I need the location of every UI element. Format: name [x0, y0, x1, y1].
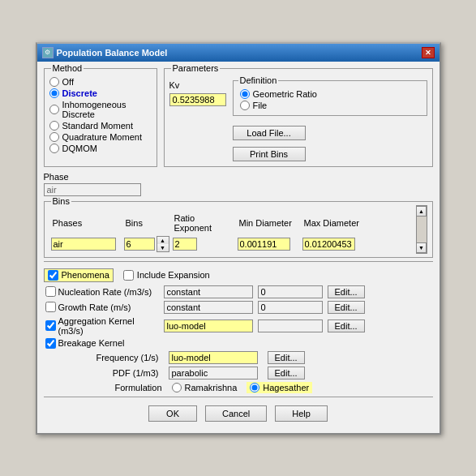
params-buttons: Load File... Print Bins: [233, 122, 427, 161]
nucleation-label-area: Nucleation Rate (/m3/s): [45, 286, 159, 297]
def-file-radio[interactable]: [240, 101, 250, 110]
bins-ratio-cell: [171, 234, 236, 254]
definition-label: Definition: [238, 75, 279, 85]
method-quadrature[interactable]: Quadrature Moment: [49, 132, 152, 142]
breakage-row: Breakage Kernel: [44, 338, 433, 349]
bins-spinner-down[interactable]: ▼: [157, 244, 169, 251]
phenomena-checkbox[interactable]: [48, 270, 58, 281]
phase-select[interactable]: air: [44, 183, 141, 196]
aggregation-method-select[interactable]: luo-model: [164, 319, 253, 332]
phenomena-checkbox-label[interactable]: Phenomena: [44, 268, 114, 282]
parameters-group: Parameters Kv Definition: [164, 68, 433, 167]
growth-value-input[interactable]: [258, 301, 323, 314]
growth-method-select[interactable]: constant: [164, 301, 253, 314]
aggregation-checkbox[interactable]: [45, 320, 56, 331]
bins-header-row: Phases Bins Ratio Exponent Min Diameter …: [49, 212, 416, 234]
bins-section: Bins Phases Bins Ratio Exponent Min Diam…: [44, 201, 433, 258]
aggregation-label: Aggregation Kernel (m3/s): [58, 316, 159, 336]
method-standard-label: Standard Moment: [62, 121, 133, 131]
col-ratio-exp: Ratio Exponent: [171, 212, 236, 234]
parameters-inner: Kv Definition Geometric Ratio: [169, 80, 427, 161]
bins-tbody: air ▲ ▼: [49, 234, 416, 254]
bins-phase-select[interactable]: air: [51, 238, 116, 251]
phenomena-label: Phenomena: [62, 270, 109, 280]
formulation-hagesather[interactable]: Hagesather: [247, 382, 312, 393]
growth-edit-button[interactable]: Edit...: [328, 301, 365, 314]
phase-label: Phase: [44, 172, 433, 182]
frequency-edit-button[interactable]: Edit...: [268, 351, 305, 364]
def-geometric-ratio[interactable]: Geometric Ratio: [240, 89, 420, 99]
col-min-diam: Min Diameter: [236, 212, 301, 234]
table-row: air ▲ ▼: [49, 234, 416, 254]
col-bins: Bins: [122, 212, 171, 234]
phase-section: Phase air: [44, 172, 433, 196]
breakage-checkbox[interactable]: [45, 338, 56, 349]
aggregation-value-input[interactable]: [258, 319, 323, 332]
method-dqmom-label: DQMOM: [62, 144, 97, 153]
method-inhomogeneous[interactable]: Inhomogeneous Discrete: [49, 100, 152, 119]
method-off-label: Off: [62, 77, 74, 87]
bins-thead: Phases Bins Ratio Exponent Min Diameter …: [49, 212, 416, 234]
frequency-method-select[interactable]: luo-model: [169, 351, 258, 364]
formulation-hagesather-radio[interactable]: [250, 383, 259, 392]
method-off[interactable]: Off: [49, 77, 152, 87]
pdf-method-select[interactable]: parabolic: [169, 367, 258, 380]
nucleation-edit-button[interactable]: Edit...: [328, 285, 365, 298]
bins-spinner-up[interactable]: ▲: [157, 237, 169, 244]
bins-scroll-up[interactable]: ▲: [416, 206, 427, 217]
formulation-label: Formulation: [57, 383, 162, 392]
method-dqmom-radio[interactable]: [49, 144, 59, 153]
def-geometric-ratio-label: Geometric Ratio: [253, 89, 317, 99]
pdf-edit-button[interactable]: Edit...: [268, 367, 305, 380]
method-inhomogeneous-radio[interactable]: [49, 105, 59, 114]
formulation-ramakrishna-radio[interactable]: [172, 383, 182, 392]
ok-button[interactable]: OK: [148, 405, 197, 422]
method-quadrature-radio[interactable]: [49, 132, 59, 142]
method-discrete-radio[interactable]: [49, 88, 59, 98]
def-geometric-ratio-radio[interactable]: [240, 89, 250, 99]
method-off-radio[interactable]: [49, 77, 59, 87]
phenomena-row: Phenomena Include Expansion: [44, 268, 433, 282]
cancel-button[interactable]: Cancel: [205, 405, 267, 422]
breakage-label-area: Breakage Kernel: [45, 338, 159, 349]
growth-checkbox[interactable]: [45, 302, 56, 312]
include-expansion-label[interactable]: Include Expansion: [123, 270, 210, 281]
formulation-ramakrishna[interactable]: Ramakrishna: [172, 383, 238, 392]
method-inhomogeneous-label: Inhomogeneous Discrete: [62, 100, 152, 119]
divider1: [44, 261, 433, 262]
include-expansion-checkbox[interactable]: [123, 270, 134, 281]
col-phases: Phases: [49, 212, 122, 234]
close-button[interactable]: ✕: [422, 47, 435, 58]
method-radio-group: Off Discrete Inhomogeneous Discrete Stan…: [49, 77, 152, 153]
bins-count-input[interactable]: [124, 238, 155, 251]
method-discrete[interactable]: Discrete: [49, 88, 152, 98]
definition-radios: Geometric Ratio File: [240, 89, 420, 110]
nucleation-method-select[interactable]: constant: [164, 285, 253, 298]
method-standard[interactable]: Standard Moment: [49, 121, 152, 131]
nucleation-value-input[interactable]: [258, 285, 323, 298]
kv-label: Kv: [169, 80, 226, 90]
def-file[interactable]: File: [240, 101, 420, 110]
method-dqmom[interactable]: DQMOM: [49, 144, 152, 153]
bins-table-inner: Phases Bins Ratio Exponent Min Diameter …: [49, 205, 416, 254]
pdf-row: PDF (1/m3) parabolic Edit...: [60, 367, 433, 380]
bins-scroll-down[interactable]: ▼: [416, 242, 427, 253]
bins-table-wrapper: Phases Bins Ratio Exponent Min Diameter …: [49, 205, 427, 254]
help-button[interactable]: Help: [275, 405, 328, 422]
formulation-section: Formulation Ramakrishna Hagesather: [57, 382, 433, 393]
bins-min-input[interactable]: [238, 238, 290, 251]
kv-input[interactable]: [169, 93, 226, 106]
nucleation-row: Nucleation Rate (/m3/s) constant Edit...: [44, 285, 433, 298]
print-bins-button[interactable]: Print Bins: [233, 147, 306, 161]
method-discrete-label: Discrete: [62, 88, 97, 98]
method-quadrature-label: Quadrature Moment: [62, 132, 142, 142]
aggregation-edit-button[interactable]: Edit...: [328, 319, 365, 332]
load-file-button[interactable]: Load File...: [233, 126, 306, 140]
bins-ratio-input[interactable]: [173, 238, 197, 251]
nucleation-checkbox[interactable]: [45, 286, 56, 297]
kv-section: Kv: [169, 80, 226, 106]
definition-box: Definition Geometric Ratio File: [233, 80, 427, 116]
bins-max-input[interactable]: [302, 238, 355, 251]
method-standard-radio[interactable]: [49, 121, 59, 131]
growth-label: Growth Rate (m/s): [58, 302, 131, 312]
